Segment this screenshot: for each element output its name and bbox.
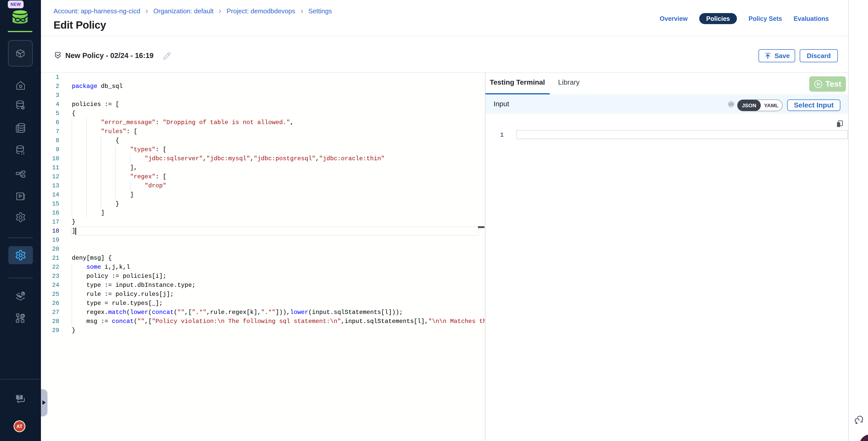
svg-text:?: ?	[18, 395, 21, 400]
